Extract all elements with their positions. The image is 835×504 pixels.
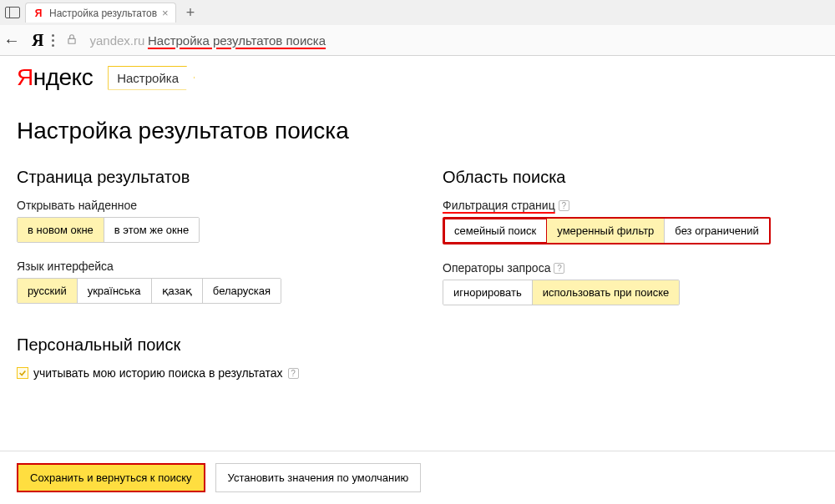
yandex-home-icon[interactable]: Я [32, 31, 43, 50]
lang-uk-option[interactable]: українська [78, 279, 152, 303]
open-new-window-option[interactable]: в новом окне [18, 218, 104, 242]
left-column: Страница результатов Открывать найденное… [17, 168, 392, 393]
help-icon[interactable]: ? [288, 368, 299, 379]
url-path: Настройка результатов поиска [148, 33, 326, 48]
personal-section-title: Персональный поиск [17, 335, 392, 355]
open-found-options: в новом окне в этом же окне [17, 217, 200, 243]
open-found-label: Открывать найденное [17, 199, 392, 212]
lock-icon [66, 33, 78, 48]
save-button[interactable]: Сохранить и вернуться к поиску [17, 463, 205, 492]
tab-strip: Я Настройка результатов × + [0, 0, 835, 25]
url-display[interactable]: yandex.ru Настройка результатов поиска [89, 33, 326, 48]
page-content: Яндекс Настройка Настройка результатов п… [0, 56, 835, 393]
help-icon[interactable]: ? [554, 263, 564, 274]
right-column: Область поиска Фильтрация страниц ? семе… [443, 168, 771, 393]
browser-chrome: Я Настройка результатов × + ← Я yandex.r… [0, 0, 835, 56]
filter-options: семейный поиск умеренный фильтр без огра… [443, 217, 771, 244]
history-checkbox-label: учитывать мою историю поиска в результат… [33, 366, 283, 380]
lang-options: русский українська қазақ беларуская [17, 278, 281, 304]
filter-family-option[interactable]: семейный поиск [444, 219, 547, 243]
address-bar: ← Я yandex.ru Настройка результатов поис… [0, 25, 835, 55]
help-icon[interactable]: ? [559, 200, 569, 211]
back-button[interactable]: ← [3, 31, 20, 50]
new-tab-button[interactable]: + [181, 4, 200, 22]
ops-use-option[interactable]: использовать при поиске [533, 280, 679, 305]
lang-ru-option[interactable]: русский [18, 279, 78, 303]
filter-moderate-option[interactable]: умеренный фильтр [547, 219, 665, 243]
settings-tag: Настройка [108, 66, 195, 90]
close-tab-icon[interactable]: × [162, 7, 169, 19]
menu-icon[interactable] [52, 34, 54, 47]
url-host: yandex.ru [89, 33, 144, 48]
filter-none-option[interactable]: без ограничений [665, 219, 768, 243]
svg-rect-0 [68, 38, 75, 43]
operators-label: Операторы запроса ? [443, 261, 771, 275]
lang-be-option[interactable]: беларуская [203, 279, 281, 303]
page-title: Настройка результатов поиска [17, 118, 818, 144]
filter-label: Фильтрация страниц ? [443, 199, 771, 212]
results-section-title: Страница результатов [17, 168, 392, 187]
operators-options: игнорировать использовать при поиске [443, 280, 680, 305]
yandex-logo[interactable]: Яндекс [17, 64, 93, 91]
reset-button[interactable]: Установить значения по умолчанию [215, 463, 422, 492]
page-header: Яндекс Настройка [17, 64, 818, 91]
open-same-window-option[interactable]: в этом же окне [104, 218, 199, 242]
browser-tab[interactable]: Я Настройка результатов × [25, 3, 176, 23]
scope-section-title: Область поиска [443, 168, 771, 187]
lang-kk-option[interactable]: қазақ [152, 279, 203, 303]
footer-actions: Сохранить и вернуться к поиску Установит… [0, 451, 835, 504]
tab-title: Настройка результатов [49, 8, 157, 19]
lang-label: Язык интерфейса [17, 260, 392, 273]
ops-ignore-option[interactable]: игнорировать [443, 280, 533, 305]
favicon-yandex-icon: Я [33, 8, 44, 19]
history-checkbox[interactable] [17, 367, 28, 379]
history-checkbox-row[interactable]: учитывать мою историю поиска в результат… [17, 366, 392, 380]
sidebar-toggle-icon[interactable] [5, 7, 20, 18]
